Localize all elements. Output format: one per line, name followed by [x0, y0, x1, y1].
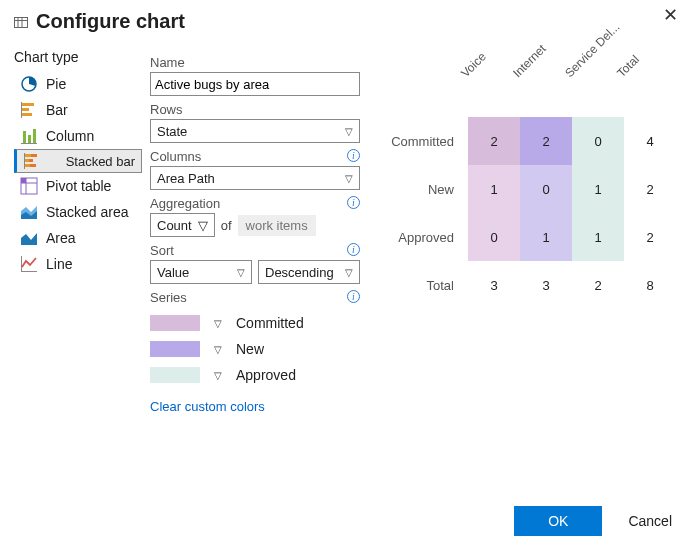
chart-type-label: Line [46, 256, 72, 272]
svg-rect-15 [31, 154, 37, 157]
svg-rect-0 [15, 17, 28, 27]
aggregation-target: work items [238, 215, 316, 236]
cancel-button[interactable]: Cancel [622, 512, 676, 530]
bar-icon [20, 101, 38, 119]
preview-cell: 1 [520, 213, 572, 261]
svg-rect-18 [25, 164, 30, 167]
series-item: ▽ Approved [150, 367, 360, 383]
chart-type-area[interactable]: Area [14, 225, 142, 251]
preview-col-header: Total [596, 52, 661, 117]
dialog-icon [14, 15, 28, 29]
svg-rect-19 [30, 164, 36, 167]
chart-type-column[interactable]: Column [14, 123, 142, 149]
preview-row-header: New [390, 165, 468, 213]
svg-rect-12 [33, 129, 36, 143]
chart-type-label: Pivot table [46, 178, 111, 194]
stacked-bar-icon [23, 152, 41, 170]
chart-type-bar[interactable]: Bar [14, 97, 142, 123]
svg-rect-11 [28, 135, 31, 143]
close-button[interactable]: ✕ [663, 4, 678, 26]
series-swatch[interactable] [150, 341, 200, 357]
preview-cell: 2 [624, 165, 676, 213]
chevron-down-icon[interactable]: ▽ [214, 370, 222, 381]
chart-type-label: Bar [46, 102, 68, 118]
svg-rect-17 [29, 159, 33, 162]
preview-cell: 2 [468, 117, 520, 165]
chart-type-label: Area [46, 230, 76, 246]
sort-label: Sort i [150, 243, 360, 258]
pivot-table-icon [20, 177, 38, 195]
chart-type-line[interactable]: Line [14, 251, 142, 277]
name-input[interactable] [150, 72, 360, 96]
chart-type-label: Stacked bar [66, 154, 135, 169]
info-icon[interactable]: i [347, 196, 360, 209]
series-item-label: New [236, 341, 264, 357]
preview-cell: 0 [520, 165, 572, 213]
preview-cell: 0 [468, 213, 520, 261]
preview-cell: 3 [520, 261, 572, 309]
preview-cell: 2 [624, 213, 676, 261]
chevron-down-icon: ▽ [345, 173, 353, 184]
preview-row-header: Approved [390, 213, 468, 261]
chart-type-label: Column [46, 128, 94, 144]
svg-rect-8 [22, 113, 32, 116]
sort-dir-select[interactable]: Descending ▽ [258, 260, 360, 284]
column-icon [20, 127, 38, 145]
pie-icon [20, 75, 38, 93]
chart-type-heading: Chart type [14, 49, 142, 65]
preview-cell: 2 [520, 117, 572, 165]
ok-button[interactable]: OK [514, 506, 602, 536]
preview-cell: 1 [572, 213, 624, 261]
preview-pane: Voice Internet Service Del... Total Comm… [368, 49, 676, 415]
chart-type-stacked-bar[interactable]: Stacked bar [14, 149, 142, 173]
svg-rect-7 [22, 108, 29, 111]
info-icon[interactable]: i [347, 290, 360, 303]
chevron-down-icon[interactable]: ▽ [214, 344, 222, 355]
chevron-down-icon: ▽ [198, 218, 208, 233]
config-form: Name Rows State ▽ Columns i Area Path ▽ … [150, 49, 360, 415]
chevron-down-icon: ▽ [237, 267, 245, 278]
svg-rect-16 [25, 159, 29, 162]
clear-colors-link[interactable]: Clear custom colors [150, 399, 265, 414]
name-label: Name [150, 55, 360, 70]
series-label: Series i [150, 290, 360, 305]
chevron-down-icon[interactable]: ▽ [214, 318, 222, 329]
chart-type-stacked-area[interactable]: Stacked area [14, 199, 142, 225]
preview-row-header: Total [390, 261, 468, 309]
svg-rect-10 [23, 131, 26, 143]
series-item-label: Committed [236, 315, 304, 331]
dialog-title: Configure chart [36, 10, 185, 33]
chart-type-sidebar: Chart type Pie [14, 49, 142, 415]
columns-value: Area Path [157, 171, 215, 186]
svg-marker-26 [21, 233, 37, 245]
columns-label: Columns i [150, 149, 360, 164]
rows-value: State [157, 124, 187, 139]
aggregation-label: Aggregation i [150, 196, 360, 211]
series-item: ▽ Committed [150, 315, 360, 331]
series-item: ▽ New [150, 341, 360, 357]
info-icon[interactable]: i [347, 243, 360, 256]
line-icon [20, 255, 38, 273]
preview-cell: 4 [624, 117, 676, 165]
chevron-down-icon: ▽ [345, 126, 353, 137]
rows-select[interactable]: State ▽ [150, 119, 360, 143]
series-swatch[interactable] [150, 367, 200, 383]
series-swatch[interactable] [150, 315, 200, 331]
aggregation-select[interactable]: Count ▽ [150, 213, 215, 237]
rows-label: Rows [150, 102, 360, 117]
chart-type-pivot-table[interactable]: Pivot table [14, 173, 142, 199]
preview-cell: 8 [624, 261, 676, 309]
chart-type-pie[interactable]: Pie [14, 71, 142, 97]
svg-rect-6 [22, 103, 34, 106]
chart-type-label: Stacked area [46, 204, 129, 220]
sort-field-select[interactable]: Value ▽ [150, 260, 252, 284]
aggregation-of: of [221, 218, 232, 233]
svg-rect-14 [25, 154, 31, 157]
series-item-label: Approved [236, 367, 296, 383]
preview-cell: 1 [468, 165, 520, 213]
chart-type-label: Pie [46, 76, 66, 92]
preview-cell: 3 [468, 261, 520, 309]
columns-select[interactable]: Area Path ▽ [150, 166, 360, 190]
stacked-area-icon [20, 203, 38, 221]
info-icon[interactable]: i [347, 149, 360, 162]
